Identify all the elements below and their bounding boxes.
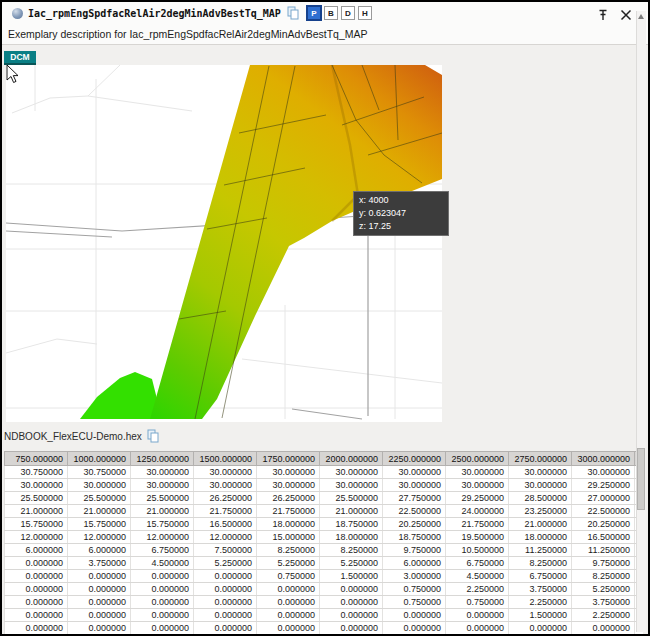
value-cell[interactable]: 30.000000 xyxy=(446,479,509,492)
value-cell[interactable]: 5.250000 xyxy=(194,557,257,570)
value-cell[interactable]: 6.750000 xyxy=(509,570,572,583)
value-cell[interactable]: 27.750000 xyxy=(383,492,446,505)
value-cell[interactable]: 3.750000 xyxy=(68,557,131,570)
value-cell[interactable]: 6.750000 xyxy=(131,544,194,557)
value-cell[interactable]: 8.250000 xyxy=(320,544,383,557)
value-cell[interactable]: 24.000000 xyxy=(446,505,509,518)
column-header[interactable]: 2000.000000 xyxy=(320,452,383,466)
value-cell[interactable]: 8.250000 xyxy=(257,544,320,557)
value-cell[interactable]: 0.000000 xyxy=(320,622,383,635)
value-cell[interactable]: 0.000000 xyxy=(5,583,68,596)
value-cell[interactable]: 2.250000 xyxy=(446,583,509,596)
value-cell[interactable]: 21.750000 xyxy=(194,505,257,518)
value-cell[interactable]: 12.000000 xyxy=(5,531,68,544)
column-header[interactable]: 3000.000000 xyxy=(572,452,635,466)
value-cell[interactable]: 0.000000 xyxy=(320,596,383,609)
value-cell[interactable]: 6.000000 xyxy=(68,544,131,557)
value-cell[interactable]: 18.750000 xyxy=(320,518,383,531)
surface-plot-viewport[interactable]: x: 4000 y: 0.623047 z: 17.25 xyxy=(6,65,442,422)
value-cell[interactable]: 0.000000 xyxy=(383,609,446,622)
value-cell[interactable]: 25.500000 xyxy=(68,492,131,505)
value-cell[interactable]: 0.000000 xyxy=(320,583,383,596)
value-cell[interactable]: 0.000000 xyxy=(446,622,509,635)
value-cell[interactable]: 29.250000 xyxy=(446,492,509,505)
value-cell[interactable]: 0.000000 xyxy=(5,570,68,583)
column-header[interactable]: 750.000000 xyxy=(5,452,68,466)
value-cell[interactable]: 21.000000 xyxy=(68,505,131,518)
value-cell[interactable]: 0.000000 xyxy=(5,557,68,570)
value-cell[interactable]: 30.000000 xyxy=(257,466,320,479)
value-cell[interactable]: 15.750000 xyxy=(131,518,194,531)
value-cell[interactable]: 0.000000 xyxy=(257,622,320,635)
value-cell[interactable]: 23.250000 xyxy=(509,505,572,518)
value-cell[interactable]: 15.750000 xyxy=(68,518,131,531)
value-cell[interactable]: 30.000000 xyxy=(131,466,194,479)
value-cell[interactable]: 25.500000 xyxy=(131,492,194,505)
value-cell[interactable]: 21.000000 xyxy=(509,518,572,531)
value-cell[interactable]: 30.000000 xyxy=(68,479,131,492)
column-header[interactable]: 2250.000000 xyxy=(383,452,446,466)
value-cell[interactable]: 12.000000 xyxy=(194,531,257,544)
tab-dcm[interactable]: DCM xyxy=(4,51,36,65)
view-button-b[interactable]: B xyxy=(324,6,338,20)
value-cell[interactable]: 0.000000 xyxy=(68,583,131,596)
view-button-d[interactable]: D xyxy=(341,6,355,20)
value-cell[interactable]: 1.500000 xyxy=(509,609,572,622)
value-cell[interactable]: 27.000000 xyxy=(572,492,635,505)
value-cell[interactable]: 5.250000 xyxy=(320,557,383,570)
value-cell[interactable]: 30.000000 xyxy=(194,466,257,479)
value-cell[interactable]: 0.000000 xyxy=(194,609,257,622)
value-cell[interactable]: 0.000000 xyxy=(572,622,635,635)
value-cell[interactable]: 21.000000 xyxy=(5,505,68,518)
value-cell[interactable]: 1.500000 xyxy=(320,570,383,583)
value-cell[interactable]: 6.000000 xyxy=(5,544,68,557)
scrollbar-up-icon[interactable] xyxy=(638,14,644,19)
value-cell[interactable]: 12.000000 xyxy=(68,531,131,544)
value-cell[interactable]: 0.000000 xyxy=(257,609,320,622)
value-cell[interactable]: 0.000000 xyxy=(194,622,257,635)
value-cell[interactable]: 0.750000 xyxy=(383,596,446,609)
value-cell[interactable]: 2.250000 xyxy=(509,596,572,609)
value-cell[interactable]: 0.000000 xyxy=(257,596,320,609)
value-cell[interactable]: 30.000000 xyxy=(509,466,572,479)
value-cell[interactable]: 22.500000 xyxy=(572,505,635,518)
value-cell[interactable]: 0.750000 xyxy=(446,596,509,609)
value-cell[interactable]: 0.000000 xyxy=(320,609,383,622)
value-cell[interactable]: 29.250000 xyxy=(572,479,635,492)
value-cell[interactable]: 11.250000 xyxy=(572,544,635,557)
value-cell[interactable]: 18.000000 xyxy=(257,518,320,531)
value-cell[interactable]: 12.000000 xyxy=(131,531,194,544)
value-cell[interactable]: 30.000000 xyxy=(257,479,320,492)
value-cell[interactable]: 30.000000 xyxy=(446,466,509,479)
value-cell[interactable]: 0.000000 xyxy=(68,596,131,609)
value-cell[interactable]: 30.000000 xyxy=(572,466,635,479)
value-cell[interactable]: 8.250000 xyxy=(509,557,572,570)
vertical-scrollbar[interactable] xyxy=(636,11,646,632)
column-header[interactable]: 1750.000000 xyxy=(257,452,320,466)
value-cell[interactable]: 0.000000 xyxy=(194,570,257,583)
value-cell[interactable]: 30.000000 xyxy=(320,466,383,479)
value-cell[interactable]: 16.500000 xyxy=(572,531,635,544)
value-cell[interactable]: 30.000000 xyxy=(194,479,257,492)
column-header[interactable]: 2750.000000 xyxy=(509,452,572,466)
value-cell[interactable]: 28.500000 xyxy=(509,492,572,505)
value-cell[interactable]: 30.750000 xyxy=(5,466,68,479)
value-cell[interactable]: 0.000000 xyxy=(131,583,194,596)
value-cell[interactable]: 0.000000 xyxy=(257,583,320,596)
value-cell[interactable]: 0.750000 xyxy=(257,570,320,583)
value-cell[interactable]: 0.000000 xyxy=(68,609,131,622)
value-cell[interactable]: 5.250000 xyxy=(572,583,635,596)
view-button-p[interactable]: P xyxy=(307,6,321,20)
value-cell[interactable]: 30.000000 xyxy=(131,479,194,492)
value-cell[interactable]: 22.500000 xyxy=(383,505,446,518)
value-cell[interactable]: 30.000000 xyxy=(383,466,446,479)
value-cell[interactable]: 0.000000 xyxy=(446,609,509,622)
value-cell[interactable]: 30.000000 xyxy=(320,479,383,492)
value-cell[interactable]: 30.000000 xyxy=(5,479,68,492)
value-cell[interactable]: 0.000000 xyxy=(5,609,68,622)
value-cell[interactable]: 0.000000 xyxy=(5,622,68,635)
value-cell[interactable]: 10.500000 xyxy=(446,544,509,557)
value-cell[interactable]: 0.000000 xyxy=(68,570,131,583)
value-cell[interactable]: 15.750000 xyxy=(5,518,68,531)
value-cell[interactable]: 0.000000 xyxy=(383,622,446,635)
